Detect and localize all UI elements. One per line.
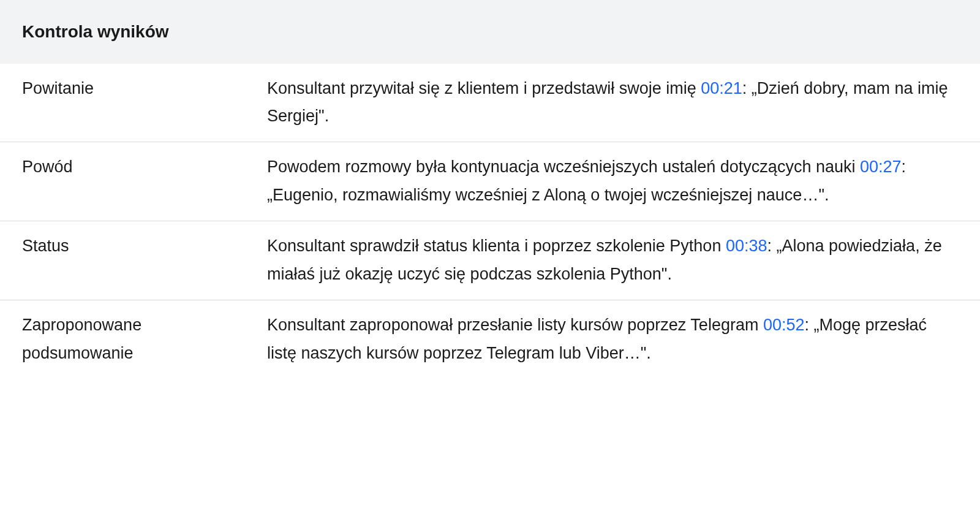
content-text-before: Konsultant sprawdził status klienta i po… (267, 237, 726, 255)
results-table: Powitanie Konsultant przywitał się z kli… (0, 64, 980, 379)
content-text-before: Powodem rozmowy była kontynuacja wcześni… (267, 158, 860, 176)
timestamp-link[interactable]: 00:21 (701, 79, 742, 97)
row-label: Zaproponowane podsumowanie (22, 311, 267, 368)
row-label: Status (22, 232, 267, 289)
row-content: Konsultant przywitał się z klientem i pr… (267, 75, 958, 131)
table-row: Powitanie Konsultant przywitał się z kli… (0, 64, 980, 143)
timestamp-link[interactable]: 00:27 (860, 158, 902, 176)
timestamp-link[interactable]: 00:52 (763, 316, 805, 334)
timestamp-link[interactable]: 00:38 (726, 237, 767, 255)
content-text-before: Konsultant przywitał się z klientem i pr… (267, 79, 701, 97)
row-label: Powitanie (22, 75, 267, 131)
section-header: Kontrola wyników (0, 0, 980, 64)
content-text-before: Konsultant zaproponował przesłanie listy… (267, 316, 763, 334)
table-row: Zaproponowane podsumowanie Konsultant za… (0, 300, 980, 379)
row-content: Powodem rozmowy była kontynuacja wcześni… (267, 153, 958, 210)
row-content: Konsultant zaproponował przesłanie listy… (267, 311, 958, 368)
table-row: Status Konsultant sprawdził status klien… (0, 221, 980, 300)
row-label: Powód (22, 153, 267, 210)
table-row: Powód Powodem rozmowy była kontynuacja w… (0, 142, 980, 221)
row-content: Konsultant sprawdził status klienta i po… (267, 232, 958, 289)
section-title: Kontrola wyników (22, 22, 169, 41)
